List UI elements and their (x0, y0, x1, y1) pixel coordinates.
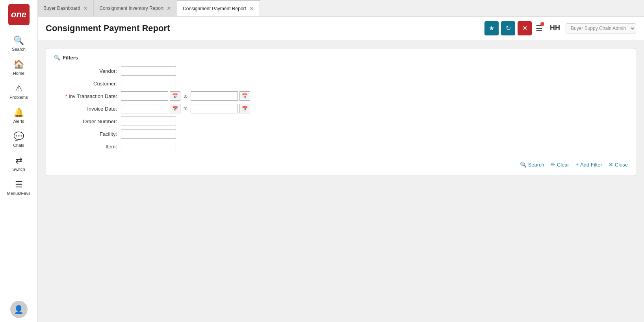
tab-bar: Buyer Dashboard ✕ Consignment Inventory … (38, 0, 644, 17)
order-number-label: Order Number: (54, 118, 121, 124)
invoice-date-to-cal[interactable]: 📅 (239, 104, 250, 113)
header: Consignment Payment Report ★ ↻ ✕ ☰ HH Bu… (38, 17, 644, 40)
home-icon: 🏠 (13, 59, 24, 70)
close-report-button[interactable]: ✕ (518, 21, 532, 35)
header-actions: ★ ↻ ✕ ☰ HH Buyer Suppy Chain Admin (484, 21, 636, 35)
facility-label: Facility: (54, 131, 121, 137)
sidebar-bottom: 👤 (10, 301, 28, 318)
bell-icon: 🔔 (13, 107, 24, 118)
invoice-date-range: 📅 to 📅 (121, 104, 250, 113)
page-title: Consignment Payment Report (46, 23, 484, 33)
invoice-date-to[interactable] (191, 104, 238, 113)
content-area: 🔍 Filters Vendor: Customer: Inv Transact… (38, 40, 644, 322)
order-number-input[interactable] (121, 117, 176, 126)
search-icon: 🔍 (13, 35, 24, 46)
sidebar: one 🔍 Search 🏠 Home ⚠ Problems 🔔 Alerts … (0, 0, 38, 322)
inv-transaction-date-label: Inv Transaction Date: (54, 93, 121, 99)
clear-action[interactable]: ✏ Clear (551, 161, 569, 168)
inv-transaction-date-from-cal[interactable]: 📅 (170, 91, 180, 101)
menu-icon: ☰ (15, 180, 23, 190)
tab-consignment-payment[interactable]: Consignment Payment Report ✕ (177, 0, 260, 16)
customer-input[interactable] (121, 79, 176, 88)
add-filter-action[interactable]: + Add Filter (575, 161, 602, 168)
user-initials: HH (550, 24, 560, 32)
item-input[interactable] (121, 142, 176, 151)
vendor-input[interactable] (121, 66, 176, 76)
add-filter-icon: + (575, 161, 579, 168)
search-action-icon: 🔍 (520, 161, 527, 168)
main-content: Buyer Dashboard ✕ Consignment Inventory … (38, 0, 644, 322)
notification-dot (540, 22, 544, 26)
sidebar-item-switch[interactable]: ⇄ Switch (0, 152, 37, 176)
sidebar-item-problems[interactable]: ⚠ Problems (0, 80, 37, 104)
inv-transaction-date-to[interactable] (191, 91, 238, 101)
filter-panel: 🔍 Filters Vendor: Customer: Inv Transact… (46, 48, 636, 176)
invoice-date-from-cal[interactable]: 📅 (170, 104, 180, 113)
tab-close-consignment-inventory[interactable]: ✕ (167, 6, 171, 11)
filter-footer: 🔍 Search ✏ Clear + Add Filter ✕ Close (54, 157, 628, 168)
sidebar-item-search[interactable]: 🔍 Search (0, 31, 37, 56)
favorite-button[interactable]: ★ (484, 21, 499, 35)
close-action-icon: ✕ (609, 161, 613, 168)
warning-icon: ⚠ (15, 83, 23, 94)
app-logo[interactable]: one (8, 4, 30, 25)
filter-row-facility: Facility: (54, 129, 628, 139)
filter-row-item: Item: (54, 142, 628, 151)
filter-icon: 🔍 (54, 55, 60, 61)
filter-row-invoice-date: Invoice Date: 📅 to 📅 (54, 104, 628, 113)
invoice-date-from[interactable] (121, 104, 168, 113)
tab-buyer-dashboard[interactable]: Buyer Dashboard ✕ (38, 0, 94, 16)
facility-input[interactable] (121, 129, 176, 139)
hamburger-menu-button[interactable]: ☰ (534, 22, 544, 35)
sidebar-item-home[interactable]: 🏠 Home (0, 56, 37, 80)
tab-close-buyer-dashboard[interactable]: ✕ (83, 6, 88, 11)
customer-label: Customer: (54, 81, 121, 87)
inv-transaction-date-from[interactable] (121, 91, 168, 101)
role-select[interactable]: Buyer Suppy Chain Admin (566, 23, 636, 33)
sidebar-item-menus[interactable]: ☰ Menus/Favs (0, 176, 37, 200)
sidebar-item-chats[interactable]: 💬 Chats (0, 128, 37, 152)
tab-consignment-inventory[interactable]: Consignment Inventory Report ✕ (94, 0, 177, 16)
inv-transaction-date-to-cal[interactable]: 📅 (239, 91, 250, 101)
filter-row-customer: Customer: (54, 79, 628, 88)
clear-action-icon: ✏ (551, 161, 555, 168)
inv-transaction-date-range: 📅 to 📅 (121, 91, 250, 101)
tab-close-consignment-payment[interactable]: ✕ (249, 6, 254, 11)
filter-row-vendor: Vendor: (54, 66, 628, 76)
filter-row-inv-transaction-date: Inv Transaction Date: 📅 to 📅 (54, 91, 628, 101)
search-action[interactable]: 🔍 Search (520, 161, 544, 168)
invoice-date-label: Invoice Date: (54, 106, 121, 112)
avatar[interactable]: 👤 (10, 301, 28, 318)
vendor-label: Vendor: (54, 68, 121, 74)
switch-icon: ⇄ (15, 155, 22, 166)
refresh-button[interactable]: ↻ (501, 21, 515, 35)
chat-icon: 💬 (13, 131, 24, 142)
sidebar-item-alerts[interactable]: 🔔 Alerts (0, 104, 37, 128)
close-action[interactable]: ✕ Close (609, 161, 628, 168)
filter-row-order-number: Order Number: (54, 117, 628, 126)
filter-header: 🔍 Filters (54, 55, 628, 61)
item-label: Item: (54, 144, 121, 150)
